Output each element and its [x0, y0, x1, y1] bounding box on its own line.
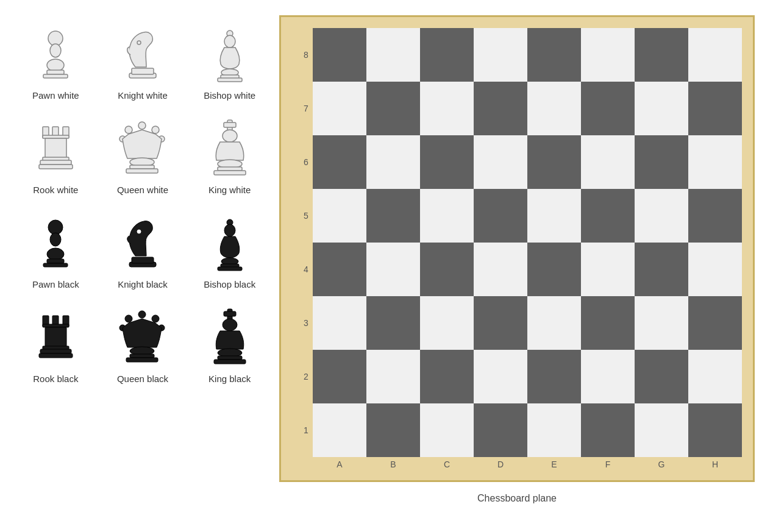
cell-E6[interactable]	[527, 135, 581, 189]
svg-point-2	[47, 59, 64, 71]
cell-B8[interactable]	[366, 28, 420, 82]
rank-label-6: 6	[299, 157, 313, 167]
cell-B6[interactable]	[366, 135, 420, 189]
cell-H6[interactable]	[688, 135, 742, 189]
cell-F2[interactable]	[581, 350, 635, 403]
svg-point-9	[224, 35, 235, 48]
cell-H3[interactable]	[688, 296, 742, 350]
board-rank-8: 8	[299, 28, 742, 82]
cell-B1[interactable]	[366, 403, 420, 457]
cell-D6[interactable]	[474, 135, 527, 189]
cell-F4[interactable]	[581, 243, 635, 296]
rank-label-5: 5	[299, 211, 313, 221]
queen-black-label: Queen black	[117, 374, 168, 384]
svg-rect-41	[132, 257, 154, 263]
svg-rect-27	[130, 165, 154, 169]
cell-C2[interactable]	[420, 350, 474, 403]
cell-E3[interactable]	[527, 296, 581, 350]
cell-C6[interactable]	[420, 135, 474, 189]
cell-D7[interactable]	[474, 82, 527, 135]
cell-H7[interactable]	[688, 82, 742, 135]
cell-G2[interactable]	[635, 350, 688, 403]
cell-D1[interactable]	[474, 403, 527, 457]
cell-B7[interactable]	[366, 82, 420, 135]
cell-H4[interactable]	[688, 243, 742, 296]
svg-rect-33	[218, 167, 242, 171]
svg-point-22	[138, 122, 146, 129]
cell-F1[interactable]	[581, 403, 635, 457]
cell-A4[interactable]	[313, 243, 366, 296]
cell-A3[interactable]	[313, 296, 366, 350]
cell-B3[interactable]	[366, 296, 420, 350]
cell-C3[interactable]	[420, 296, 474, 350]
board-rank-7: 7	[299, 82, 742, 135]
cell-H8[interactable]	[688, 28, 742, 82]
svg-point-23	[152, 126, 159, 133]
cell-C5[interactable]	[420, 189, 474, 243]
svg-rect-38	[47, 259, 64, 263]
cell-F5[interactable]	[581, 189, 635, 243]
cell-G5[interactable]	[635, 189, 688, 243]
rank-label-7: 7	[299, 104, 313, 113]
cell-F3[interactable]	[581, 296, 635, 350]
cell-E2[interactable]	[527, 350, 581, 403]
cell-D2[interactable]	[474, 350, 527, 403]
cell-A6[interactable]	[313, 135, 366, 189]
cell-G7[interactable]	[635, 82, 688, 135]
svg-point-42	[137, 230, 141, 233]
cell-E7[interactable]	[527, 82, 581, 135]
piece-pawn-black: Pawn black	[12, 207, 99, 296]
svg-rect-30	[224, 122, 236, 127]
cell-F6[interactable]	[581, 135, 635, 189]
svg-point-57	[138, 311, 146, 318]
svg-rect-34	[214, 171, 246, 175]
queen-white-label: Queen white	[117, 185, 168, 195]
cell-A7[interactable]	[313, 82, 366, 135]
cell-A5[interactable]	[313, 189, 366, 243]
cell-G8[interactable]	[635, 28, 688, 82]
board-title: Chessboard plane	[477, 493, 557, 504]
cell-C8[interactable]	[420, 28, 474, 82]
cell-F7[interactable]	[581, 82, 635, 135]
svg-rect-65	[224, 311, 236, 316]
cell-H2[interactable]	[688, 350, 742, 403]
cell-D4[interactable]	[474, 243, 527, 296]
cell-E4[interactable]	[527, 243, 581, 296]
cell-G4[interactable]	[635, 243, 688, 296]
cell-B4[interactable]	[366, 243, 420, 296]
cell-B2[interactable]	[366, 350, 420, 403]
cell-A2[interactable]	[313, 350, 366, 403]
piece-rook-black: Rook black	[12, 302, 99, 390]
cell-D8[interactable]	[474, 28, 527, 82]
cell-E1[interactable]	[527, 403, 581, 457]
cell-E5[interactable]	[527, 189, 581, 243]
svg-rect-52	[45, 327, 66, 347]
cell-C4[interactable]	[420, 243, 474, 296]
king-black-label: King black	[208, 374, 251, 384]
file-label-D: D	[474, 457, 527, 469]
cell-G1[interactable]	[635, 403, 688, 457]
cell-C7[interactable]	[420, 82, 474, 135]
cell-F8[interactable]	[581, 28, 635, 82]
cell-G6[interactable]	[635, 135, 688, 189]
cell-A1[interactable]	[313, 403, 366, 457]
cell-D5[interactable]	[474, 189, 527, 243]
cell-A8[interactable]	[313, 28, 366, 82]
svg-rect-17	[45, 138, 66, 158]
cell-C1[interactable]	[420, 403, 474, 457]
svg-rect-39	[43, 263, 68, 267]
svg-rect-6	[132, 68, 154, 74]
svg-point-35	[48, 220, 63, 235]
cell-H1[interactable]	[688, 403, 742, 457]
board-rank-6: 6	[299, 135, 742, 189]
svg-rect-47	[218, 267, 242, 271]
file-label-H: H	[688, 457, 742, 469]
cell-E8[interactable]	[527, 28, 581, 82]
svg-point-66	[223, 319, 237, 331]
cell-G3[interactable]	[635, 296, 688, 350]
cell-B5[interactable]	[366, 189, 420, 243]
rank-label-3: 3	[299, 318, 313, 328]
piece-queen-white: Queen white	[99, 113, 187, 201]
cell-D3[interactable]	[474, 296, 527, 350]
cell-H5[interactable]	[688, 189, 742, 243]
